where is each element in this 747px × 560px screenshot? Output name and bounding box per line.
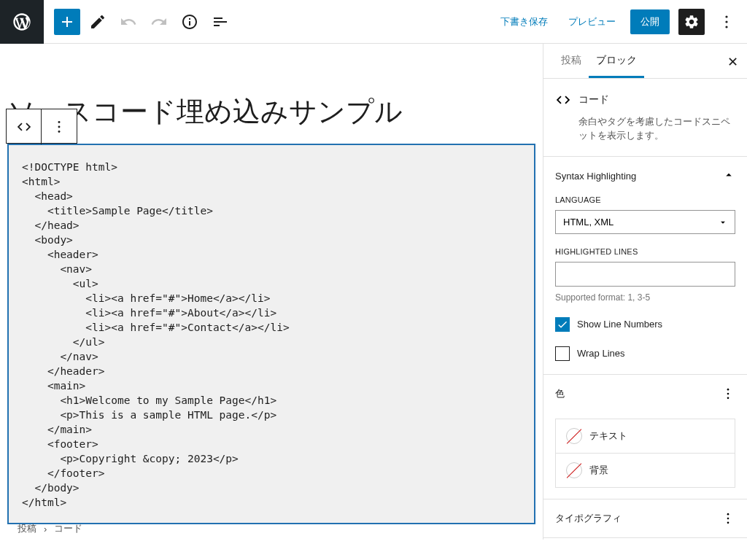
save-draft-button[interactable]: 下書き保存 bbox=[495, 11, 554, 33]
svg-point-0 bbox=[725, 15, 727, 18]
code-block-wrapper: <!DOCTYPE html> <html> <head> <title>Sam… bbox=[7, 144, 535, 524]
svg-point-1 bbox=[725, 20, 727, 23]
block-info-panel: コード 余白やタグを考慮したコードスニペットを表示します。 bbox=[543, 79, 747, 157]
color-background-item[interactable]: 背景 bbox=[555, 453, 735, 488]
syntax-highlighting-panel: Syntax Highlighting LANGUAGE HTML, XML H… bbox=[543, 157, 747, 375]
color-panel-header[interactable]: 色 bbox=[543, 375, 747, 413]
language-select-wrap: HTML, XML bbox=[555, 210, 735, 234]
publish-button[interactable]: 公開 bbox=[630, 9, 670, 34]
color-swatch-background bbox=[566, 462, 582, 478]
page-title[interactable]: ソースコード埋め込みサンプル bbox=[7, 93, 543, 131]
wrap-lines-checkbox[interactable] bbox=[555, 346, 570, 361]
color-panel-more-icon[interactable] bbox=[721, 386, 735, 401]
settings-button[interactable] bbox=[678, 9, 705, 35]
typography-panel-header[interactable]: タイポグラフィ bbox=[543, 499, 747, 537]
breadcrumb: 投稿 › コード bbox=[18, 522, 82, 535]
color-text-item[interactable]: テキスト bbox=[555, 419, 735, 454]
highlighted-lines-input[interactable] bbox=[555, 262, 735, 287]
block-info-header: コード bbox=[555, 92, 735, 108]
sidebar: 投稿 ブロック ✕ コード 余白やタグを考慮したコードスニペットを表示します。 … bbox=[543, 44, 747, 540]
color-text-label: テキスト bbox=[589, 429, 627, 443]
toolbar-left bbox=[44, 9, 233, 35]
syntax-panel-body: LANGUAGE HTML, XML HIGHLIGHTED LINES Sup… bbox=[543, 195, 747, 374]
svg-point-7 bbox=[727, 392, 729, 394]
breadcrumb-post[interactable]: 投稿 bbox=[18, 522, 36, 535]
show-line-numbers-checkbox[interactable] bbox=[555, 317, 570, 332]
toolbar-right: 下書き保存 プレビュー 公開 bbox=[495, 9, 747, 35]
code-icon bbox=[555, 92, 571, 108]
close-sidebar-button[interactable]: ✕ bbox=[727, 54, 738, 70]
block-info-desc: 余白やタグを考慮したコードスニペットを表示します。 bbox=[578, 115, 735, 143]
svg-point-3 bbox=[58, 121, 61, 123]
svg-point-5 bbox=[58, 131, 61, 133]
chevron-up-icon bbox=[722, 168, 735, 184]
color-background-label: 背景 bbox=[589, 464, 608, 477]
svg-point-10 bbox=[727, 517, 729, 519]
breadcrumb-code[interactable]: コード bbox=[54, 522, 82, 535]
color-panel-title: 色 bbox=[555, 387, 565, 400]
preview-button[interactable]: プレビュー bbox=[562, 11, 622, 33]
typography-panel: タイポグラフィ bbox=[543, 499, 747, 538]
block-info-title: コード bbox=[578, 93, 609, 106]
svg-point-9 bbox=[727, 513, 729, 515]
info-button[interactable] bbox=[177, 9, 203, 35]
typography-panel-more-icon[interactable] bbox=[721, 511, 735, 526]
wrap-lines-row: Wrap Lines bbox=[555, 346, 735, 361]
highlighted-lines-hint: Supported format: 1, 3-5 bbox=[555, 292, 735, 303]
sidebar-tabs: 投稿 ブロック ✕ bbox=[543, 44, 747, 79]
color-panel-body: テキスト 背景 bbox=[543, 413, 747, 499]
edit-mode-button[interactable] bbox=[85, 9, 111, 35]
svg-point-11 bbox=[727, 521, 729, 524]
add-block-button[interactable] bbox=[54, 9, 80, 35]
outline-button[interactable] bbox=[207, 9, 233, 35]
syntax-panel-header[interactable]: Syntax Highlighting bbox=[543, 157, 747, 195]
syntax-panel-title: Syntax Highlighting bbox=[555, 171, 636, 182]
redo-button[interactable] bbox=[146, 9, 172, 35]
tab-block[interactable]: ブロック bbox=[589, 44, 644, 78]
code-content[interactable]: <!DOCTYPE html> <html> <head> <title>Sam… bbox=[22, 161, 290, 508]
main-area: ソースコード埋め込みサンプル <!DOCTYPE html> <html> <h… bbox=[0, 44, 747, 540]
tab-post[interactable]: 投稿 bbox=[554, 44, 589, 78]
color-swatch-text bbox=[566, 428, 582, 444]
breadcrumb-sep: › bbox=[44, 524, 47, 534]
svg-point-8 bbox=[727, 397, 729, 399]
topbar: 下書き保存 プレビュー 公開 bbox=[0, 0, 747, 44]
wrap-lines-label: Wrap Lines bbox=[577, 348, 625, 359]
svg-point-4 bbox=[58, 126, 61, 128]
typography-panel-title: タイポグラフィ bbox=[555, 512, 622, 525]
color-panel: 色 テキスト 背景 bbox=[543, 375, 747, 499]
undo-button[interactable] bbox=[115, 9, 142, 35]
highlighted-lines-label: HIGHLIGHTED LINES bbox=[555, 247, 735, 256]
more-options-button[interactable] bbox=[713, 9, 740, 35]
language-label: LANGUAGE bbox=[555, 195, 735, 204]
show-line-numbers-label: Show Line Numbers bbox=[577, 319, 662, 330]
block-type-icon[interactable] bbox=[7, 109, 42, 144]
block-more-button[interactable] bbox=[42, 109, 77, 144]
show-line-numbers-row: Show Line Numbers bbox=[555, 317, 735, 332]
language-select[interactable]: HTML, XML bbox=[555, 210, 735, 234]
svg-point-6 bbox=[727, 388, 729, 390]
svg-point-2 bbox=[725, 26, 727, 28]
block-toolbar bbox=[6, 109, 77, 144]
code-block[interactable]: <!DOCTYPE html> <html> <head> <title>Sam… bbox=[7, 144, 535, 524]
wordpress-logo[interactable] bbox=[0, 0, 44, 44]
editor: ソースコード埋め込みサンプル <!DOCTYPE html> <html> <h… bbox=[0, 44, 543, 540]
